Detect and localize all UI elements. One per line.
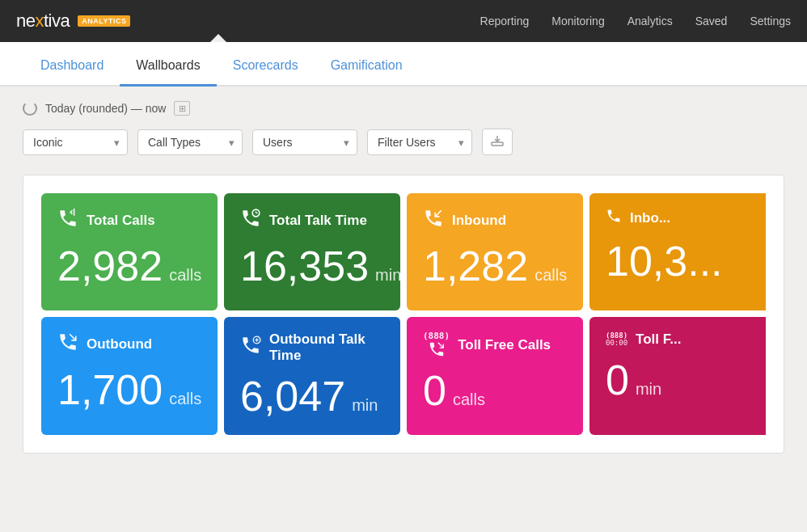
card-inbound-talk-time-partial: Inbo... 10,3... xyxy=(589,193,766,310)
card-total-talk-time: Total Talk Time 16,353 min xyxy=(224,193,400,310)
outbound-icon xyxy=(57,331,78,357)
inbound-value: 1,282 calls xyxy=(423,245,567,287)
total-calls-label: Total Calls xyxy=(87,213,155,229)
tabs-bar: Dashboard Wallboards Scorecards Gamifica… xyxy=(0,42,807,87)
logo-text: nextiva xyxy=(16,11,70,32)
total-talk-time-number: 16,353 xyxy=(240,245,369,287)
nav-saved[interactable]: Saved xyxy=(695,15,728,27)
card-total-calls: Total Calls 2,982 calls xyxy=(41,193,218,310)
card-inbound: Inbound 1,282 calls xyxy=(407,193,583,310)
card-outbound-header: Outbound xyxy=(57,331,201,357)
filter-users-select-wrapper: Filter Users xyxy=(367,129,472,155)
export-button[interactable] xyxy=(482,129,513,155)
filter-row: Iconic List Detail Call Types Inbound Ou… xyxy=(23,129,784,155)
inbound-talk-time-partial-value: 10,3... xyxy=(606,240,750,282)
total-calls-number: 2,982 xyxy=(57,245,163,287)
date-filter-row: Today (rounded) — now ⊞ xyxy=(23,101,784,116)
total-talk-time-unit: min xyxy=(375,267,400,283)
svg-line-10 xyxy=(437,343,442,348)
toll-free-calls-value: 0 calls xyxy=(423,369,567,412)
total-talk-time-icon xyxy=(240,208,261,234)
logo-tiva: tiva xyxy=(44,11,70,31)
inbound-number: 1,282 xyxy=(423,245,528,287)
toll-free-talk-time-partial-label: Toll F... xyxy=(636,331,681,348)
users-select-wrapper: Users All Users xyxy=(252,129,357,155)
total-calls-value: 2,982 calls xyxy=(57,245,201,287)
card-total-calls-header: Total Calls xyxy=(57,208,201,234)
outbound-talk-time-label: Outbound Talk Time xyxy=(269,331,384,364)
analytics-badge: ANALYTICS xyxy=(78,15,130,27)
outbound-unit: calls xyxy=(169,391,201,407)
svg-rect-0 xyxy=(492,142,503,146)
toll-free-talk-time-partial-unit: min xyxy=(636,381,661,397)
card-inbound-talk-time-partial-header: Inbo... xyxy=(606,208,750,229)
logo: nextiva ANALYTICS xyxy=(16,11,130,32)
date-separator: — xyxy=(131,102,146,115)
svg-line-6 xyxy=(70,334,76,340)
view-select[interactable]: Iconic List Detail xyxy=(23,129,128,155)
toll-free-calls-label: Toll Free Calls xyxy=(458,337,551,353)
card-toll-free-calls-header: (888) Toll Free Calls xyxy=(423,331,567,358)
total-talk-time-value: 16,353 min xyxy=(240,245,384,287)
nav-monitoring[interactable]: Monitoring xyxy=(551,15,604,27)
inbound-unit: calls xyxy=(534,267,567,283)
export-icon xyxy=(491,135,504,146)
card-outbound-talk-time: Outbound Talk Time 6,047 min xyxy=(224,317,400,435)
tab-scorecards[interactable]: Scorecards xyxy=(217,47,315,87)
total-calls-unit: calls xyxy=(169,267,201,283)
inbound-icon xyxy=(423,208,444,234)
card-outbound-talk-time-header: Outbound Talk Time xyxy=(240,331,384,364)
toll-free-calls-unit: calls xyxy=(453,391,485,407)
outbound-number: 1,700 xyxy=(57,369,163,411)
nav-triangle-indicator xyxy=(210,34,226,42)
svg-line-5 xyxy=(435,210,442,217)
filter-users-select[interactable]: Filter Users xyxy=(367,129,472,155)
toll-free-calls-number: 0 xyxy=(423,369,446,412)
nav-settings[interactable]: Settings xyxy=(750,15,791,27)
date-range-label: Today (rounded) xyxy=(45,102,128,115)
inbound-label: Inbound xyxy=(452,213,506,229)
date-range-end: now xyxy=(146,102,167,115)
inbound-talk-time-partial-icon xyxy=(606,208,622,229)
toll-free-calls-icon: (888) xyxy=(423,331,450,358)
logo-dot: x xyxy=(35,11,44,31)
nav-links: Reporting Monitoring Analytics Saved Set… xyxy=(480,15,791,27)
tab-gamification[interactable]: Gamification xyxy=(315,47,419,87)
tab-dashboard[interactable]: Dashboard xyxy=(24,47,120,87)
cards-grid: Total Calls 2,982 calls xyxy=(41,193,766,435)
tab-wallboards[interactable]: Wallboards xyxy=(120,47,216,87)
top-navigation: nextiva ANALYTICS Reporting Monitoring A… xyxy=(0,0,807,42)
outbound-value: 1,700 calls xyxy=(57,369,201,411)
toll-free-talk-time-partial-icon: (888) 00:00 xyxy=(606,332,627,347)
total-talk-time-label: Total Talk Time xyxy=(269,213,367,229)
main-content: Today (rounded) — now ⊞ Iconic List Deta… xyxy=(0,87,807,468)
nav-analytics[interactable]: Analytics xyxy=(627,15,673,27)
card-toll-free-talk-time-partial: (888) 00:00 Toll F... 0 min xyxy=(589,317,766,435)
card-inbound-header: Inbound xyxy=(423,208,567,234)
refresh-icon[interactable] xyxy=(23,101,37,116)
cards-container: Total Calls 2,982 calls xyxy=(23,175,784,454)
inbound-talk-time-partial-label: Inbo... xyxy=(630,210,670,226)
calendar-icon[interactable]: ⊞ xyxy=(174,101,190,116)
call-types-select[interactable]: Call Types Inbound Outbound xyxy=(137,129,243,155)
logo-n: ne xyxy=(16,11,35,31)
card-outbound: Outbound 1,700 calls xyxy=(41,317,218,435)
call-types-select-wrapper: Call Types Inbound Outbound xyxy=(137,129,243,155)
inbound-talk-time-partial-number: 10,3... xyxy=(606,240,723,282)
card-total-talk-time-header: Total Talk Time xyxy=(240,208,384,234)
view-select-wrapper: Iconic List Detail xyxy=(23,129,128,155)
nav-reporting[interactable]: Reporting xyxy=(480,15,530,27)
toll-free-talk-time-partial-number: 0 xyxy=(606,359,629,401)
outbound-talk-time-number: 6,047 xyxy=(240,375,345,417)
outbound-talk-time-icon xyxy=(240,335,261,361)
users-select[interactable]: Users All Users xyxy=(252,129,357,155)
outbound-talk-time-unit: min xyxy=(352,397,378,413)
toll-free-talk-time-partial-value: 0 min xyxy=(606,359,750,401)
card-toll-free-calls: (888) Toll Free Calls 0 calls xyxy=(407,317,583,435)
date-label: Today (rounded) — now xyxy=(45,102,166,115)
outbound-label: Outbound xyxy=(87,336,152,353)
outbound-talk-time-value: 6,047 min xyxy=(240,375,384,417)
card-toll-free-talk-time-partial-header: (888) 00:00 Toll F... xyxy=(606,331,750,348)
total-calls-icon xyxy=(57,208,78,234)
